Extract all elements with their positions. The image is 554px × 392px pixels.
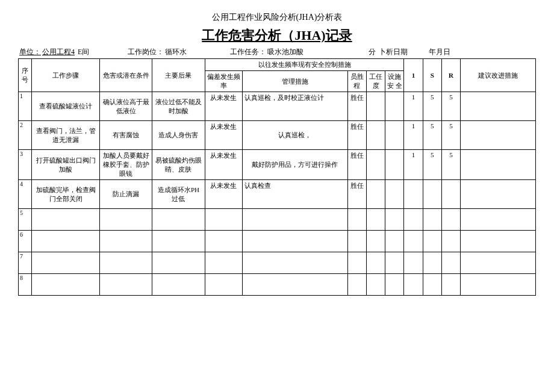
table-row: 2 查看阀门，法兰，管道无泄漏 有害腐蚀 造成人身伤害 从未发生 认真巡检， 胜… <box>19 121 536 150</box>
th-freq-control: 以往发生频率现有安全控制措施 <box>205 59 404 71</box>
cell-mgmt: 认真检查 <box>243 180 348 209</box>
cell-freq: 从未发生 <box>205 121 242 150</box>
cell-mgmt: 戴好防护用品，方可进行操作 <box>243 150 348 180</box>
date-label: 卜析日期 <box>379 48 408 56</box>
unit-value: 公用工程4 <box>42 48 75 56</box>
cell-step: 打开硫酸罐出口阀门加酸 <box>32 150 99 180</box>
table-row: 3 打开硫酸罐出口阀门加酸 加酸人员要戴好橡胶手套、防护眼镜 易被硫酸灼伤眼睛、… <box>19 150 536 180</box>
cell-result: 造成循环水PH 过低 <box>152 180 205 209</box>
cell-s <box>423 180 441 209</box>
th-comp: 员胜程 <box>347 71 366 92</box>
post-value: 循环水 <box>165 48 187 56</box>
cell-step: 查看硫酸罐液位计 <box>32 92 99 121</box>
cell-one: 1 <box>404 121 423 150</box>
th-s: S <box>423 59 441 92</box>
th-seq: 序号 <box>19 59 32 92</box>
unit-label: 单位： <box>19 48 41 56</box>
cell-sugg <box>461 121 536 150</box>
cell-result: 造成人身伤害 <box>152 121 205 150</box>
th-one: 1 <box>404 59 423 92</box>
table-row: 6 <box>19 231 536 252</box>
cell-equip <box>385 180 404 209</box>
cell-one <box>404 180 423 209</box>
task-label: 工作任务： <box>230 48 266 56</box>
cell-freq: 从未发生 <box>205 180 242 209</box>
doc-main-title: 工作危害分析（JHA)记录 <box>18 26 536 45</box>
cell-r: 5 <box>441 150 460 180</box>
cell-result: 液位过低不能及时加酸 <box>152 92 205 121</box>
cell-s: 5 <box>423 92 441 121</box>
cell-freq: 从未发生 <box>205 150 242 180</box>
cell-r: 5 <box>441 121 460 150</box>
cell-seq: 3 <box>19 150 32 180</box>
table-row: 8 <box>19 274 536 296</box>
cell-seq: 5 <box>19 209 32 231</box>
table-row: 7 <box>19 252 536 274</box>
th-equip: 设施安 全 <box>385 71 404 92</box>
cell-r <box>441 180 460 209</box>
cell-r: 5 <box>441 92 460 121</box>
cell-work <box>367 92 385 121</box>
analysis-prefix: 分 <box>369 48 376 56</box>
cell-step: 查看阀门，法兰，管道无泄漏 <box>32 121 99 150</box>
meta-row: 单位：公用工程4 E间 工作岗位：循环水 工作任务：吸水池加酸 分 卜析日期 年… <box>18 47 536 58</box>
cell-sugg <box>461 180 536 209</box>
cell-seq: 6 <box>19 231 32 252</box>
workshop-suffix: E间 <box>78 48 89 56</box>
cell-work <box>367 121 385 150</box>
table-row: 5 <box>19 209 536 231</box>
cell-comp: 胜任 <box>347 121 366 150</box>
task-value: 吸水池加酸 <box>267 48 303 56</box>
cell-sugg <box>461 150 536 180</box>
cell-work <box>367 180 385 209</box>
cell-sugg <box>461 92 536 121</box>
cell-seq: 1 <box>19 92 32 121</box>
post-label: 工作岗位： <box>128 48 164 56</box>
cell-hazard: 有害腐蚀 <box>99 121 152 150</box>
jha-table: 序号 工作步骤 危害或潜在条件 主要后果 以往发生频率现有安全控制措施 1 S … <box>18 58 536 296</box>
cell-equip <box>385 150 404 180</box>
cell-equip <box>385 121 404 150</box>
cell-seq: 7 <box>19 252 32 274</box>
table-row: 4 加硫酸完毕，检查阀门全部关闭 防止滴漏 造成循环水PH 过低 从未发生 认真… <box>19 180 536 209</box>
cell-freq: 从未发生 <box>205 92 242 121</box>
th-result: 主要后果 <box>152 59 205 92</box>
cell-seq: 2 <box>19 121 32 150</box>
th-mgmt: 管理措施 <box>243 71 348 92</box>
cell-mgmt: 认真巡检， <box>243 121 348 150</box>
date-value: 年月日 <box>429 48 450 56</box>
cell-comp: 胜任 <box>347 150 366 180</box>
cell-hazard: 加酸人员要戴好橡胶手套、防护眼镜 <box>99 150 152 180</box>
cell-work <box>367 150 385 180</box>
cell-comp: 胜任 <box>347 92 366 121</box>
cell-equip <box>385 92 404 121</box>
th-hazard: 危害或潜在条件 <box>99 59 152 92</box>
cell-seq: 8 <box>19 274 32 296</box>
cell-seq: 4 <box>19 180 32 209</box>
th-step: 工作步骤 <box>32 59 99 92</box>
th-freq: 偏差发生频率 <box>205 71 242 92</box>
cell-step: 加硫酸完毕，检查阀门全部关闭 <box>32 180 99 209</box>
cell-one: 1 <box>404 92 423 121</box>
th-r: R <box>441 59 460 92</box>
cell-hazard: 防止滴漏 <box>99 180 152 209</box>
doc-small-title: 公用工程作业风险分析(JHA)分析表 <box>18 12 536 23</box>
cell-s: 5 <box>423 150 441 180</box>
th-work: 工任度 <box>367 71 385 92</box>
cell-comp: 胜任 <box>347 180 366 209</box>
cell-one: 1 <box>404 150 423 180</box>
cell-s: 5 <box>423 121 441 150</box>
cell-mgmt: 认真巡检，及时校正液位计 <box>243 92 348 121</box>
table-row: 1 查看硫酸罐液位计 确认液位高于最低液位 液位过低不能及时加酸 从未发生 认真… <box>19 92 536 121</box>
cell-result: 易被硫酸灼伤眼睛、皮肤 <box>152 150 205 180</box>
th-sugg: 建议改进措施 <box>461 59 536 92</box>
cell-hazard: 确认液位高于最低液位 <box>99 92 152 121</box>
